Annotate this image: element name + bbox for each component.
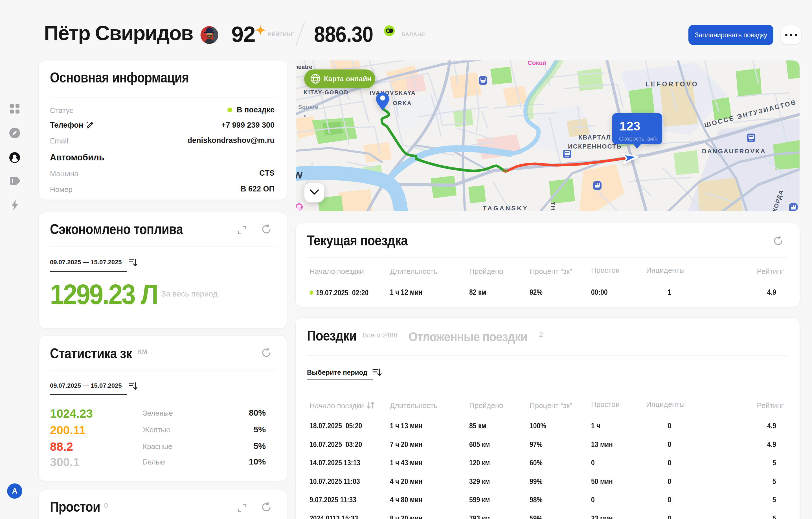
svg-text:d Square: d Square — [296, 104, 318, 110]
svg-text:ТН: ТН — [550, 201, 556, 211]
svg-text:ИСКРЕННОСТЬ: ИСКРЕННОСТЬ — [568, 143, 621, 150]
svg-text:123: 123 — [619, 119, 640, 133]
svg-text:heatre: heatre — [296, 63, 312, 70]
svg-text:КВАРТАЛ: КВАРТАЛ — [578, 134, 611, 141]
svg-text:Скорость км/ч: Скорость км/ч — [619, 135, 658, 142]
svg-text:KITAY-GOROD: KITAY-GOROD — [303, 89, 349, 95]
svg-text:LEFORTOVO: LEFORTOVO — [645, 80, 699, 88]
svg-text:IVANOVSKAYA: IVANOVSKAYA — [370, 90, 416, 96]
svg-text:DANGAUEROVKA: DANGAUEROVKA — [702, 148, 766, 155]
svg-text:ORKA: ORKA — [393, 100, 412, 106]
svg-text:Сокол: Сокол — [528, 60, 547, 66]
svg-text:ow: ow — [296, 168, 303, 181]
svg-text:Карта онлайн: Карта онлайн — [324, 75, 371, 83]
svg-text:TAGANSKY: TAGANSKY — [483, 205, 528, 211]
